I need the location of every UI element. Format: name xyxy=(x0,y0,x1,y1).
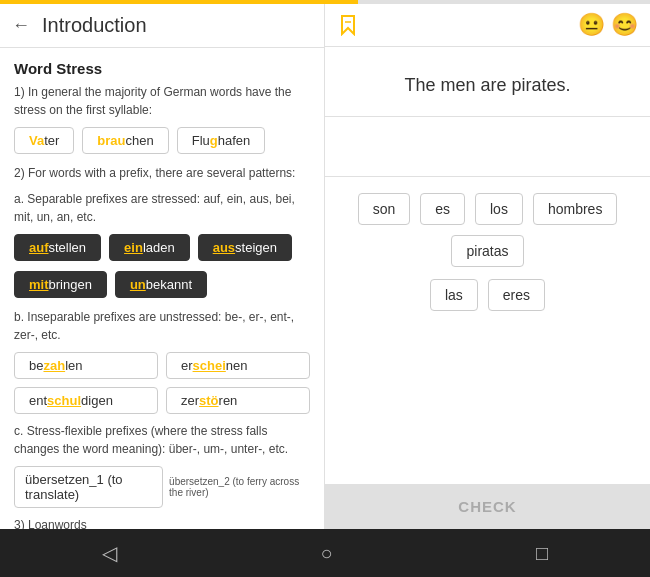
para2a: a. Separable prefixes are stressed: auf,… xyxy=(14,190,310,226)
sentence-area: The men are pirates. xyxy=(325,47,650,117)
right-content: The men are pirates. son es los hombres … xyxy=(325,47,650,529)
stress-un: un xyxy=(130,277,146,292)
word-mitbringen: mitbringen xyxy=(14,271,107,298)
word-ubersetzen1: übersetzen_1 (to translate) xyxy=(14,466,163,508)
bank-word-las[interactable]: las xyxy=(430,279,478,311)
bank-word-eres[interactable]: eres xyxy=(488,279,545,311)
bank-word-piratas[interactable]: piratas xyxy=(451,235,523,267)
word-bank: son es los hombres piratas las eres xyxy=(325,177,650,484)
stress-brau: brau xyxy=(97,133,125,148)
bottom-nav: ◁ ○ □ xyxy=(0,529,650,577)
words2b-row2: entschuldigen zerstören xyxy=(14,387,310,414)
left-header: ← Introduction xyxy=(0,4,324,48)
left-panel: ← Introduction Word Stress 1) In general… xyxy=(0,4,325,529)
word-erscheinen: erscheinen xyxy=(166,352,310,379)
word-zerstoren: zerstören xyxy=(166,387,310,414)
nav-back-icon[interactable]: ◁ xyxy=(102,541,117,565)
stress-aus: aus xyxy=(213,240,235,255)
word-aufstellen: aufstellen xyxy=(14,234,101,261)
stress-g: g xyxy=(210,133,218,148)
stress-schul: schul xyxy=(47,393,81,408)
stress-set: set xyxy=(51,472,68,487)
nav-recent-icon[interactable]: □ xyxy=(536,542,548,565)
stress-ein: ein xyxy=(124,240,143,255)
toolbar-left xyxy=(337,14,359,36)
right-top-bar: 😐 😊 xyxy=(325,4,650,47)
right-panel: 😐 😊 The men are pirates. son es los homb… xyxy=(325,4,650,529)
stress-zah: zah xyxy=(43,358,65,373)
back-button[interactable]: ← xyxy=(12,15,30,36)
bank-word-son[interactable]: son xyxy=(358,193,411,225)
stress-sto: stö xyxy=(199,393,219,408)
para3-title: 3) Loanwords xyxy=(14,516,310,529)
ubersetzen2-label: übersetzen_2 (to ferry across the river) xyxy=(169,476,310,498)
bookmark-icon[interactable] xyxy=(337,14,359,36)
main-area: ← Introduction Word Stress 1) In general… xyxy=(0,4,650,529)
word-einladen: einladen xyxy=(109,234,190,261)
progress-bar xyxy=(0,0,650,4)
words1-row: Vater brauchen Flughafen xyxy=(14,127,310,154)
page-title: Introduction xyxy=(42,14,147,37)
stress-mit: mit xyxy=(29,277,49,292)
words2a-row1: aufstellen einladen aussteigen xyxy=(14,234,310,261)
answer-area[interactable] xyxy=(325,117,650,177)
ubersetzen-row: übersetzen_1 (to translate) übersetzen_2… xyxy=(14,466,310,508)
word-bank-row1: son es los hombres piratas xyxy=(341,193,634,267)
word-flughafen: Flughafen xyxy=(177,127,266,154)
word-brauchen: brauchen xyxy=(82,127,168,154)
emoji-happy[interactable]: 😊 xyxy=(611,12,638,38)
word-unbekannt: unbekannt xyxy=(115,271,207,298)
stress-auf: auf xyxy=(29,240,49,255)
check-button[interactable]: CHECK xyxy=(325,484,650,529)
bank-word-los[interactable]: los xyxy=(475,193,523,225)
para2c: c. Stress-flexible prefixes (where the s… xyxy=(14,422,310,458)
bank-word-hombres[interactable]: hombres xyxy=(533,193,617,225)
svg-marker-0 xyxy=(342,16,354,34)
word-aussteigen: aussteigen xyxy=(198,234,292,261)
stress-va: Va xyxy=(29,133,44,148)
words2b-row1: bezahlen erscheinen xyxy=(14,352,310,379)
emoji-neutral[interactable]: 😐 xyxy=(578,12,605,38)
word-vater: Vater xyxy=(14,127,74,154)
section-title-word-stress: Word Stress xyxy=(14,60,310,77)
sentence-text: The men are pirates. xyxy=(404,75,570,96)
word-bank-row2: las eres xyxy=(341,279,634,311)
nav-home-icon[interactable]: ○ xyxy=(320,542,332,565)
para2: 2) For words with a prefix, there are se… xyxy=(14,164,310,182)
word-entschuldigen: entschuldigen xyxy=(14,387,158,414)
word-bezahlen: bezahlen xyxy=(14,352,158,379)
bank-word-es[interactable]: es xyxy=(420,193,465,225)
emoji-row: 😐 😊 xyxy=(578,12,638,38)
para2b: b. Inseparable prefixes are unstressed: … xyxy=(14,308,310,344)
words2a-row2: mitbringen unbekannt xyxy=(14,271,310,298)
para1: 1) In general the majority of German wor… xyxy=(14,83,310,119)
stress-schei: schei xyxy=(193,358,226,373)
progress-bar-fill xyxy=(0,0,358,4)
left-content: Word Stress 1) In general the majority o… xyxy=(0,48,324,529)
